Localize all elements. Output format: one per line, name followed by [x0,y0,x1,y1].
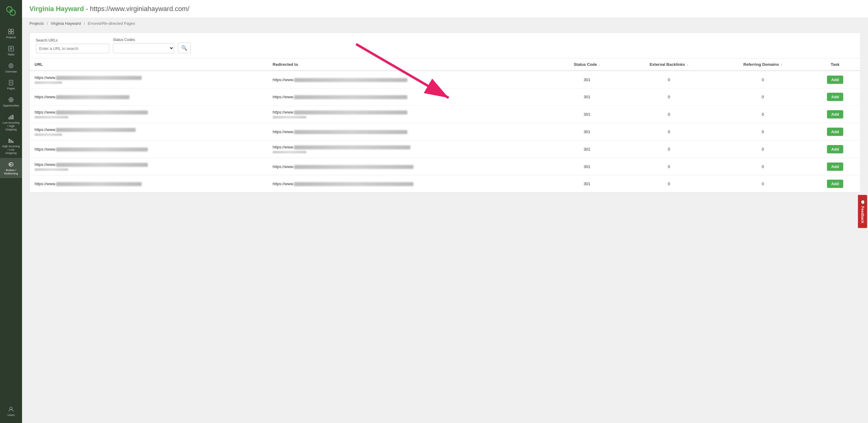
page-wrapper: Virginia Hayward - https://www.virginiah… [22,0,868,423]
redir-prefix: https://www. [273,95,407,99]
svg-rect-26 [12,115,13,119]
task-cell: Add [810,175,860,192]
main-content: Projects / Virginia Hayward / Errored/Re… [22,18,868,423]
task-cell: Add [810,158,860,175]
url-cell: https://www. [30,123,268,141]
site-name: Virginia Hayward [29,5,84,12]
sidebar-item-projects[interactable]: Projects [0,25,22,42]
ref-domains-cell: 0 [716,123,810,141]
add-task-button[interactable]: Add [827,162,843,171]
svg-rect-25 [10,116,12,119]
sidebar-label-projects: Projects [6,36,16,39]
svg-point-19 [10,99,12,101]
url-prefix: https://www. [35,95,129,99]
add-task-button[interactable]: Add [827,145,843,153]
sidebar-item-pages[interactable]: Pages [0,76,22,93]
sidebar-label-tasks: Tasks [7,53,14,56]
task-cell: Add [810,141,860,158]
page-header: Virginia Hayward - https://www.virginiah… [22,0,868,18]
ref-domains-cell: 0 [716,88,810,105]
sidebar-label-broken: Broken / Redirecting [2,169,20,175]
svg-rect-3 [8,29,11,31]
sidebar-item-users[interactable]: Users [0,403,22,420]
svg-rect-4 [11,29,13,31]
sidebar-item-overview[interactable]: Overview [0,59,22,77]
feedback-tab[interactable]: 💬 Feedback [858,195,867,228]
status-select[interactable]: 200 301 302 404 500 [113,43,174,53]
add-task-button[interactable]: Add [827,93,843,101]
sidebar-label-opportunities: Opportunities [3,104,19,108]
url-prefix: https://www. [35,75,142,80]
svg-point-12 [10,65,12,67]
search-button[interactable]: 🔍 [178,42,191,53]
col-url: URL [30,58,268,71]
url-prefix: https://www. [35,110,148,115]
add-task-button[interactable]: Add [827,75,843,84]
table-row: https://www. https://www. 301 0 0 Add [30,123,860,141]
svg-rect-24 [8,118,10,119]
ref-domains-cell: 0 [716,175,810,192]
breadcrumb-projects[interactable]: Projects [29,21,44,26]
breadcrumb: Projects / Virginia Hayward / Errored/Re… [22,18,868,29]
ext-backlinks-cell: 0 [622,88,716,105]
page-title: Virginia Hayward - https://www.virginiah… [29,5,861,13]
table-row: https://www. https://www. 301 0 0 Add [30,88,860,105]
redirected-cell: https://www. [268,71,552,88]
col-ext-backlinks: External Backlinks ↕ [622,58,716,71]
url-cell: https://www. [30,105,268,123]
search-input[interactable] [36,44,109,53]
sort-domains-icon[interactable]: ↕ [781,63,782,66]
sidebar-item-tasks[interactable]: Tasks [0,42,22,59]
filter-bar: Search URLs Status Codes 200 301 302 404… [30,33,860,58]
url-prefix: https://www. [35,127,135,132]
app-logo[interactable] [3,3,19,20]
ext-backlinks-cell: 0 [622,123,716,141]
svg-rect-6 [11,32,13,34]
redir-prefix: https://www. [273,164,413,169]
search-icon: 🔍 [181,45,187,51]
task-cell: Add [810,71,860,88]
sidebar-item-opportunities[interactable]: Opportunities [0,93,22,111]
svg-rect-5 [8,32,11,34]
ref-domains-cell: 0 [716,71,810,88]
sort-status-icon[interactable]: ↓ [599,63,600,66]
sidebar: Projects Tasks Overview Pages Opportunit… [0,0,22,423]
redirected-cell: https://www. [268,141,552,158]
redir-prefix: https://www. [273,182,413,186]
status-filter-group: Status Codes 200 301 302 404 500 [113,38,174,53]
add-task-button[interactable]: Add [827,180,843,188]
sidebar-item-high-incoming[interactable]: High Incoming / Low Outgoing [0,134,22,158]
sidebar-item-broken[interactable]: Broken / Redirecting [0,158,22,178]
col-ref-domains: Referring Domains ↕ [716,58,810,71]
redirected-cell: https://www. [268,175,552,192]
ext-backlinks-cell: 0 [622,105,716,123]
redirected-cell: https://www. [268,105,552,123]
redir-prefix: https://www. [273,129,407,134]
col-task: Task [810,58,860,71]
feedback-label: Feedback [860,206,865,223]
search-filter-group: Search URLs [36,38,109,53]
status-label: Status Codes [113,38,174,42]
sort-backlinks-icon[interactable]: ↕ [687,63,688,66]
sidebar-item-low-incoming[interactable]: Low Incoming / High Outgoing [0,111,22,134]
add-task-button[interactable]: Add [827,128,843,136]
url-prefix: https://www. [35,162,148,167]
url-cell: https://www. [30,71,268,88]
feedback-icon: 💬 [860,200,865,205]
ext-backlinks-cell: 0 [622,71,716,88]
opportunities-icon [8,96,14,103]
task-cell: Add [810,88,860,105]
svg-point-31 [10,407,12,410]
url-cell: https://www. [30,88,268,105]
sidebar-label-high-incoming: High Incoming / Low Outgoing [2,145,20,155]
content-area: Search URLs Status Codes 200 301 302 404… [22,29,868,423]
table-header-row: URL Redirected to Status Code ↓ External… [30,58,860,71]
add-task-button[interactable]: Add [827,110,843,118]
col-redirected: Redirected to [268,58,552,71]
url-cell: https://www. [30,175,268,192]
status-code-cell: 301 [552,175,622,192]
task-cell: Add [810,123,860,141]
breadcrumb-site[interactable]: Virginia Hayward [51,21,81,26]
status-code-cell: 301 [552,123,622,141]
main-card: Search URLs Status Codes 200 301 302 404… [29,32,861,193]
